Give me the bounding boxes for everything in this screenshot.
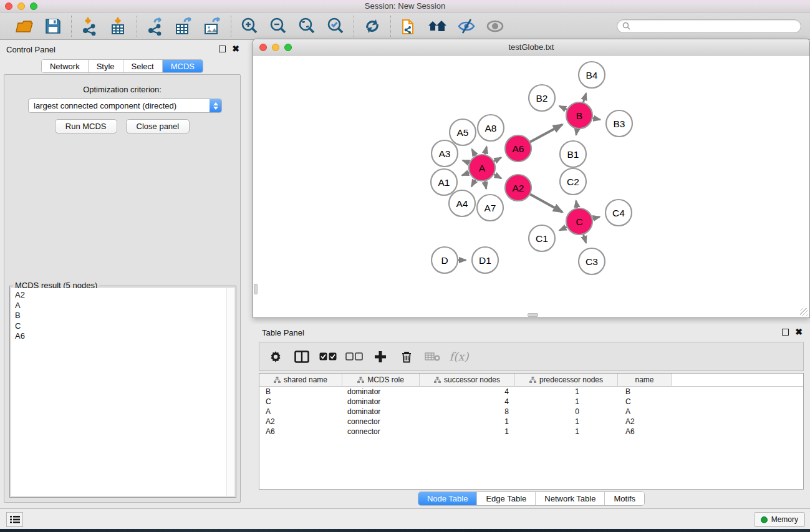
table-cell[interactable]: 1 xyxy=(515,397,618,407)
run-mcds-button[interactable]: Run MCDS xyxy=(55,119,117,133)
hide-graphics-icon[interactable] xyxy=(455,15,478,37)
table-cell[interactable]: connector xyxy=(342,427,420,437)
edge-B-B4[interactable] xyxy=(583,94,586,102)
table-cell[interactable]: 8 xyxy=(420,407,515,417)
search-field[interactable] xyxy=(617,19,801,33)
network-window-titlebar[interactable]: testGlobe.txt xyxy=(253,39,809,56)
column-header-name[interactable]: name xyxy=(618,374,672,387)
table-cell[interactable]: 4 xyxy=(420,397,515,407)
mcds-result-item[interactable]: A2 xyxy=(15,290,223,301)
add-column-icon[interactable] xyxy=(369,345,392,369)
table-cell[interactable] xyxy=(672,387,803,397)
zoom-in-icon[interactable] xyxy=(238,15,261,37)
table-cell[interactable]: 1 xyxy=(515,417,618,427)
column-header-predecessor-nodes[interactable]: predecessor nodes xyxy=(515,374,618,387)
export-image-icon[interactable] xyxy=(201,15,224,37)
table-row[interactable]: Bdominator41B xyxy=(259,387,803,397)
tab-edge-table[interactable]: Edge Table xyxy=(477,492,536,505)
delete-column-icon[interactable] xyxy=(395,345,418,369)
table-cell[interactable]: B xyxy=(259,387,342,397)
close-panel-icon[interactable]: ✖ xyxy=(232,46,239,52)
table-cell[interactable]: 1 xyxy=(515,427,618,437)
edge-A-A7[interactable] xyxy=(485,181,486,189)
table-cell[interactable]: 1 xyxy=(420,427,515,437)
table-cell[interactable]: 1 xyxy=(515,387,618,397)
table-row[interactable]: Cdominator41C xyxy=(259,397,803,407)
zoom-selected-icon[interactable] xyxy=(324,15,347,37)
edge-A-A3[interactable] xyxy=(463,160,470,163)
mcds-result-item[interactable]: A6 xyxy=(15,331,223,342)
toggle-view-icon[interactable] xyxy=(483,15,507,37)
horizontal-scroll-thumb[interactable] xyxy=(528,313,538,317)
zoom-out-icon[interactable] xyxy=(266,15,290,37)
function-builder-icon[interactable]: f(x) xyxy=(448,345,470,369)
search-input[interactable] xyxy=(634,22,796,31)
unselect-all-icon[interactable] xyxy=(343,345,365,369)
table-cell[interactable] xyxy=(672,397,803,407)
table-row[interactable]: Adominator80A xyxy=(259,407,803,417)
table-cell[interactable]: connector xyxy=(342,417,420,427)
table-cell[interactable]: A xyxy=(259,407,342,417)
delete-table-icon[interactable] xyxy=(422,345,444,369)
edge-B-B2[interactable] xyxy=(559,106,567,110)
table-cell[interactable]: dominator xyxy=(342,397,420,407)
table-cell[interactable]: A xyxy=(618,407,672,417)
table-row[interactable]: A2connector11A2 xyxy=(259,417,803,427)
column-header-mcds-role[interactable]: MCDS role xyxy=(342,374,420,387)
network-canvas[interactable]: B4B2BB3A8A5A6B1A3AA1C2A2A4A7C4CC1C3DD1 xyxy=(254,56,808,316)
vertical-scroll-thumb[interactable] xyxy=(254,284,258,294)
table-cell[interactable]: A6 xyxy=(259,427,342,437)
edge-B-B1[interactable] xyxy=(576,129,577,135)
edge-C-C1[interactable] xyxy=(559,227,567,230)
edge-A-A1[interactable] xyxy=(462,173,469,175)
tab-network[interactable]: Network xyxy=(42,60,89,72)
tab-mcds[interactable]: MCDS xyxy=(163,60,203,72)
export-table-icon[interactable] xyxy=(172,15,196,37)
edge-A-A5[interactable] xyxy=(472,149,476,155)
table-row[interactable]: A6connector11A6 xyxy=(259,427,803,437)
select-all-icon[interactable] xyxy=(317,345,339,369)
show-all-networks-icon[interactable] xyxy=(426,15,450,37)
edge-C-C3[interactable] xyxy=(584,235,586,243)
edge-A-A4[interactable] xyxy=(471,180,475,186)
network-from-file-icon[interactable] xyxy=(397,15,421,37)
edge-A-A2[interactable] xyxy=(494,175,501,178)
zoom-fit-icon[interactable] xyxy=(295,15,319,37)
show-columns-icon[interactable] xyxy=(291,345,313,369)
edge-C-C2[interactable] xyxy=(576,201,577,208)
float-table-panel-icon[interactable] xyxy=(782,329,789,336)
table-cell[interactable] xyxy=(672,417,803,427)
table-settings-icon[interactable] xyxy=(264,345,287,369)
table-cell[interactable]: C xyxy=(618,397,672,407)
column-header-successor-nodes[interactable]: successor nodes xyxy=(420,374,515,387)
table-cell[interactable]: dominator xyxy=(342,407,420,417)
edge-C-C4[interactable] xyxy=(592,217,599,219)
close-panel-button[interactable]: Close panel xyxy=(126,119,190,133)
table-cell[interactable]: C xyxy=(259,397,342,407)
edge-B-B3[interactable] xyxy=(593,118,600,119)
close-table-panel-icon[interactable]: ✖ xyxy=(795,329,803,336)
table-cell[interactable] xyxy=(672,427,803,437)
tab-select[interactable]: Select xyxy=(123,60,163,72)
list-scrollbar[interactable] xyxy=(226,288,234,496)
table-cell[interactable]: A2 xyxy=(259,417,342,427)
table-cell[interactable]: 4 xyxy=(420,387,515,397)
export-network-icon[interactable] xyxy=(143,15,167,37)
table-cell[interactable]: B xyxy=(618,387,672,397)
show-task-history-icon[interactable] xyxy=(6,512,23,527)
apply-layout-icon[interactable] xyxy=(360,15,384,37)
table-cell[interactable]: A6 xyxy=(618,427,672,437)
tab-motifs[interactable]: Motifs xyxy=(605,492,644,505)
edge-A2-C[interactable] xyxy=(530,195,562,212)
mcds-result-item[interactable]: C xyxy=(15,321,223,332)
mcds-result-list[interactable]: A2ABCA6 xyxy=(11,288,234,496)
table-cell[interactable]: dominator xyxy=(342,387,420,397)
edge-A-A8[interactable] xyxy=(485,147,487,154)
memory-button[interactable]: Memory xyxy=(754,512,805,527)
mcds-result-item[interactable]: A xyxy=(15,301,223,311)
table-cell[interactable] xyxy=(672,407,803,417)
resize-grip[interactable] xyxy=(800,308,808,316)
table-cell[interactable]: 0 xyxy=(515,407,618,417)
column-header-shared-name[interactable]: shared name xyxy=(259,374,342,387)
mcds-result-item[interactable]: B xyxy=(15,311,223,321)
